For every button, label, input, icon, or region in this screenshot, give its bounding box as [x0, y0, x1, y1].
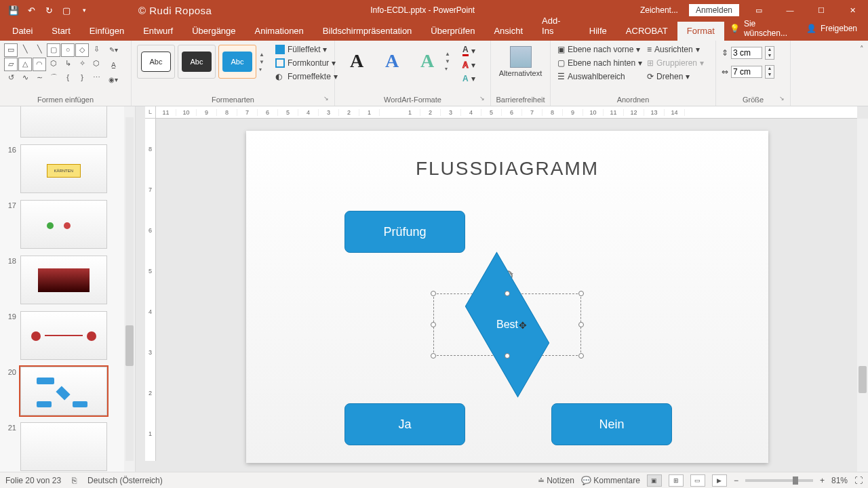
merge-shapes-icon[interactable]: ◉▾	[106, 73, 121, 87]
shapes-more[interactable]: ✎▾ A̲ ◉▾	[106, 43, 121, 87]
handle-nw[interactable]	[431, 291, 436, 296]
normal-view-icon[interactable]: ▣	[647, 474, 662, 487]
slide-title[interactable]: FLUSSDIAGRAMM	[246, 158, 768, 180]
shape-pruefung[interactable]: Prüfung	[344, 211, 465, 253]
share-button[interactable]: 👤Freigeben	[801, 21, 863, 36]
alt-text-button[interactable]: Alternativtext	[500, 43, 542, 77]
height-input[interactable]	[731, 47, 762, 59]
zoom-level[interactable]: 81%	[831, 476, 848, 485]
text-fill[interactable]: A ▾	[458, 43, 479, 58]
tab-uebergaenge[interactable]: Übergänge	[182, 22, 245, 41]
tab-start[interactable]: Start	[42, 22, 79, 41]
reading-view-icon[interactable]: ▭	[690, 474, 705, 487]
thumb-21[interactable]: 21	[0, 420, 124, 472]
qat-more-icon[interactable]: ▾	[76, 2, 92, 18]
edit-shape-icon[interactable]: ✎▾	[106, 43, 121, 57]
thumb-19[interactable]: 19	[0, 308, 124, 364]
wordart-style-3[interactable]: A	[411, 45, 443, 77]
shape-fill[interactable]: Fülleffekt ▾	[271, 43, 342, 56]
comments-button[interactable]: 💬 Kommentare	[581, 476, 640, 485]
slide[interactable]: FLUSSDIAGRAMM Prüfung Best ✥	[246, 131, 768, 463]
shape-style-2[interactable]: Abc	[178, 45, 216, 79]
zoom-slider[interactable]	[745, 479, 813, 482]
text-outline[interactable]: A ▾	[458, 59, 479, 71]
shape-nein[interactable]: Nein	[551, 403, 672, 445]
tab-addins[interactable]: Add-Ins	[532, 12, 580, 41]
tab-datei[interactable]: Datei	[3, 22, 42, 41]
handle-s[interactable]	[505, 353, 510, 359]
thumb-20[interactable]: 20	[0, 364, 124, 420]
width-input[interactable]	[731, 66, 762, 78]
wa-up-icon[interactable]: ▲	[445, 51, 454, 57]
text-box-icon[interactable]: A̲	[106, 58, 121, 72]
handle-n[interactable]	[505, 291, 510, 296]
tab-format[interactable]: Format	[677, 22, 724, 41]
tell-me[interactable]: 💡Sie wünschen...	[724, 16, 797, 41]
thumb-16[interactable]: 16KÄRNTEN	[0, 142, 124, 197]
shape-outline[interactable]: Formkontur ▾	[271, 57, 342, 69]
handle-w[interactable]	[431, 322, 436, 327]
wa-more-icon[interactable]: ▾	[445, 66, 454, 72]
styles-dialog-icon[interactable]: ↘	[323, 95, 329, 102]
notes-button[interactable]: ≐ Notizen	[538, 476, 574, 485]
handle-sw[interactable]	[431, 353, 436, 359]
tab-bildschirm[interactable]: Bildschirmpräsentation	[313, 22, 422, 41]
style-down-icon[interactable]: ▼	[259, 59, 269, 65]
width-up-icon[interactable]: ▲	[766, 66, 774, 72]
text-effects[interactable]: A ▾	[458, 73, 479, 85]
sign-in-button[interactable]: Anmelden	[689, 4, 739, 16]
shape-height[interactable]: ⇕ ▲▼	[722, 46, 774, 60]
wordart-dialog-icon[interactable]: ↘	[479, 95, 485, 102]
fit-to-window-icon[interactable]: ⛶	[854, 476, 863, 485]
tab-entwurf[interactable]: Entwurf	[134, 22, 182, 41]
shape-style-3[interactable]: Abc	[218, 45, 256, 79]
bring-forward[interactable]: ▣Ebene nach vorne ▾	[555, 43, 644, 56]
collapse-ribbon-icon[interactable]: ˄	[860, 45, 864, 54]
rotate[interactable]: ⟳Drehen ▾	[644, 70, 711, 83]
tab-animationen[interactable]: Animationen	[245, 22, 313, 41]
status-language[interactable]: Deutsch (Österreich)	[87, 476, 163, 485]
tab-acrobat[interactable]: ACROBAT	[616, 22, 677, 41]
align[interactable]: ≡Ausrichten ▾	[644, 43, 711, 56]
tab-einfuegen[interactable]: Einfügen	[80, 22, 134, 41]
shape-diamond-selected[interactable]: Best ✥	[433, 293, 581, 356]
start-from-beginning-icon[interactable]: ▢	[58, 2, 75, 18]
height-down-icon[interactable]: ▼	[766, 53, 774, 59]
zoom-out-icon[interactable]: −	[734, 476, 738, 485]
group-shapes[interactable]: ⊞Gruppieren ▾	[644, 57, 711, 69]
send-backward[interactable]: ▢Ebene nach hinten ▾	[555, 57, 644, 69]
sorter-view-icon[interactable]: ⊞	[669, 474, 684, 487]
style-more-icon[interactable]: ▾	[259, 66, 269, 73]
shape-style-1[interactable]: Abc	[137, 45, 175, 79]
tab-ueberpruefen[interactable]: Überprüfen	[421, 22, 484, 41]
undo-icon[interactable]: ↶	[23, 2, 39, 18]
slideshow-view-icon[interactable]: ▶	[712, 474, 727, 487]
handle-e[interactable]	[578, 322, 584, 327]
style-up-icon[interactable]: ▲	[259, 52, 269, 58]
zoom-in-icon[interactable]: +	[820, 476, 825, 485]
redo-icon[interactable]: ↻	[41, 2, 57, 18]
wordart-style-2[interactable]: A	[376, 45, 408, 77]
shapes-gallery[interactable]: ▭╲╲▢○◇⇩ ▱△◠⬡↳✧⬡ ↺∿∼⌒{}⋯	[4, 43, 103, 85]
width-down-icon[interactable]: ▼	[766, 72, 774, 78]
tab-ansicht[interactable]: Ansicht	[484, 22, 532, 41]
handle-se[interactable]	[578, 353, 584, 359]
diamond-label[interactable]: Best	[496, 319, 518, 331]
accessibility-icon[interactable]: ⎘	[72, 476, 77, 485]
wordart-style-1[interactable]: A	[340, 45, 373, 77]
save-icon[interactable]: 💾	[5, 2, 22, 18]
thumbs-scrollbar[interactable]	[124, 106, 135, 472]
handle-ne[interactable]	[578, 291, 584, 296]
thumb-18[interactable]: 18	[0, 253, 124, 308]
tab-hilfe[interactable]: Hilfe	[580, 22, 616, 41]
shape-ja[interactable]: Ja	[344, 403, 465, 445]
thumb-17[interactable]: 17	[0, 197, 124, 253]
thumb-15-partial[interactable]	[0, 106, 124, 142]
height-up-icon[interactable]: ▲	[766, 47, 774, 53]
selection-pane[interactable]: ☰Auswahlbereich	[555, 70, 644, 83]
canvas-scrollbar[interactable]	[857, 119, 868, 472]
wa-down-icon[interactable]: ▼	[445, 58, 454, 64]
shape-width[interactable]: ⇔ ▲▼	[722, 65, 774, 79]
shape-effects[interactable]: ◐Formeffekte ▾	[271, 70, 342, 83]
size-dialog-icon[interactable]: ↘	[779, 95, 785, 102]
